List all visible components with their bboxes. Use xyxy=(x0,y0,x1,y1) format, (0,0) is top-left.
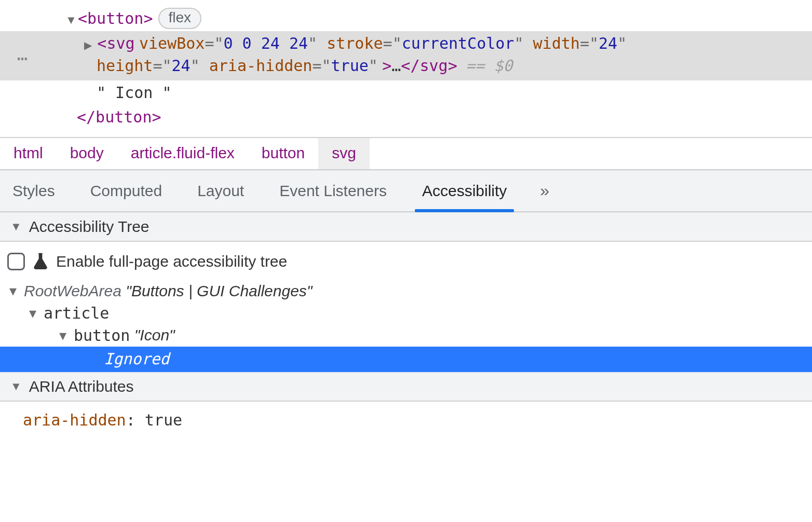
tab-layout[interactable]: Layout xyxy=(192,171,249,211)
dom-node-button-open[interactable]: <button> flex xyxy=(0,6,812,31)
tab-computed[interactable]: Computed xyxy=(85,171,167,211)
svg-attrs-line2: height="24" aria-hidden="true" xyxy=(97,57,378,75)
a11y-node-button[interactable]: button "Icon" xyxy=(0,324,812,347)
tab-event-listeners[interactable]: Event Listeners xyxy=(274,171,392,211)
aria-attributes-body: aria-hidden: true xyxy=(0,402,812,439)
aria-attr-name: aria-hidden xyxy=(23,411,126,429)
tag-open: <button> xyxy=(78,7,153,30)
disclosure-triangle-icon[interactable] xyxy=(65,7,77,30)
enable-full-page-tree-row[interactable]: Enable full-page accessibility tree xyxy=(0,249,812,280)
accessibility-tree-body: Enable full-page accessibility tree Root… xyxy=(0,242,812,372)
section-title: ARIA Attributes xyxy=(29,378,134,395)
checkbox[interactable] xyxy=(7,253,25,270)
section-title: Accessibility Tree xyxy=(29,218,150,236)
breadcrumb-item-html[interactable]: html xyxy=(0,138,57,169)
disclosure-triangle-icon[interactable] xyxy=(57,327,69,344)
disclosure-triangle-icon[interactable] xyxy=(7,282,19,299)
disclosure-triangle-icon[interactable]: ▼ xyxy=(10,220,22,233)
enable-full-page-tree-label: Enable full-page accessibility tree xyxy=(56,253,287,270)
tab-accessibility[interactable]: Accessibility xyxy=(417,171,512,211)
a11y-node-article[interactable]: article xyxy=(0,302,812,324)
breadcrumb-item-button[interactable]: button xyxy=(248,138,318,169)
tabs-overflow-icon[interactable]: » xyxy=(537,181,552,200)
beaker-icon xyxy=(32,252,49,271)
disclosure-triangle-icon[interactable]: ▼ xyxy=(10,380,22,393)
breadcrumb: htmlbodyarticle.fluid-flexbuttonsvg xyxy=(0,137,812,170)
breadcrumb-item-article-fluid-flex[interactable]: article.fluid-flex xyxy=(117,138,248,169)
dom-text-node-icon[interactable]: " Icon " xyxy=(0,80,812,105)
breadcrumb-item-body[interactable]: body xyxy=(57,138,117,169)
section-header-aria-attributes[interactable]: ▼ ARIA Attributes xyxy=(0,372,812,402)
tag-svg-open: <svg xyxy=(97,34,134,52)
a11y-node-root[interactable]: RootWebArea "Buttons | GUI Challenges" xyxy=(0,280,812,302)
dom-node-button-close[interactable]: </button> xyxy=(0,105,812,130)
breadcrumb-item-svg[interactable]: svg xyxy=(318,138,370,169)
aria-attr-value: true xyxy=(145,411,182,429)
side-panel-tabs: StylesComputedLayoutEvent ListenersAcces… xyxy=(0,170,812,212)
dom-tree-panel: <button> flex … <svg viewBox="0 0 24 24"… xyxy=(0,0,812,130)
disclosure-triangle-icon[interactable] xyxy=(27,305,38,322)
dom-node-svg[interactable]: … <svg viewBox="0 0 24 24" stroke="curre… xyxy=(0,31,812,80)
disclosure-triangle-icon[interactable] xyxy=(84,35,92,52)
section-header-accessibility-tree[interactable]: ▼ Accessibility Tree xyxy=(0,212,812,242)
svg-attrs-line1: viewBox="0 0 24 24" stroke="currentColor… xyxy=(139,34,627,52)
flex-badge[interactable]: flex xyxy=(158,8,202,29)
selected-node-marker: == $0 xyxy=(466,57,512,75)
a11y-node-ignored[interactable]: Ignored xyxy=(0,347,812,372)
tab-styles[interactable]: Styles xyxy=(7,171,60,211)
gutter-more-icon[interactable]: … xyxy=(17,42,29,67)
